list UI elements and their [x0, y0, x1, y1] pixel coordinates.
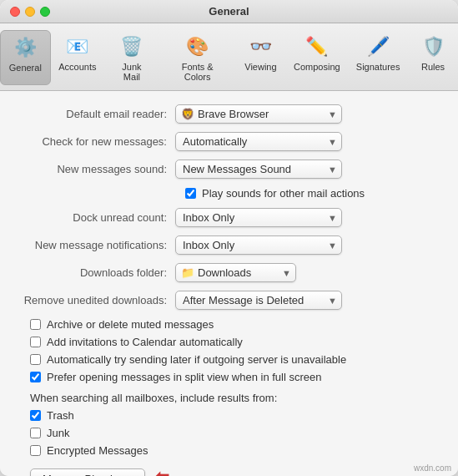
viewing-icon: 👓	[247, 33, 274, 60]
tab-fonts-colors[interactable]: 🎨 Fonts & Colors	[159, 30, 236, 85]
maximize-button[interactable]	[40, 7, 50, 17]
content-area: Default email reader: 🦁 Brave Browser ▼ …	[0, 91, 458, 476]
new-messages-sound-row: New messages sound: New Messages Sound ▼	[17, 160, 441, 179]
fonts-colors-icon: 🎨	[184, 33, 211, 60]
tab-fonts-colors-label: Fonts & Colors	[168, 62, 228, 82]
default-email-row: Default email reader: 🦁 Brave Browser ▼	[17, 104, 441, 124]
downloads-folder-select-wrapper: 📁 Downloads ▼	[175, 263, 296, 282]
accounts-icon: 📧	[64, 33, 91, 60]
search-junk-checkbox[interactable]	[30, 428, 41, 438]
junk-mail-icon: 🗑️	[118, 33, 145, 60]
manage-row: Manage Plug-ins... ⬅	[17, 462, 441, 476]
new-messages-sound-label: New messages sound:	[17, 163, 175, 175]
search-junk-label: Junk	[47, 427, 69, 439]
auto-send-label: Automatically try sending later if outgo…	[47, 353, 346, 366]
rules-icon: 🛡️	[420, 33, 446, 60]
tab-rules-label: Rules	[421, 62, 445, 72]
toolbar: ⚙️ General 📧 Accounts 🗑️ Junk Mail 🎨 Fon…	[0, 23, 458, 91]
tab-accounts[interactable]: 📧 Accounts	[51, 30, 105, 85]
remove-downloads-select[interactable]: After Message is Deleted	[175, 291, 342, 310]
check-messages-select[interactable]: Automatically	[175, 132, 342, 151]
remove-downloads-label: Remove unedited downloads:	[17, 294, 175, 306]
play-sounds-label: Play sounds for other mail actions	[202, 187, 365, 200]
play-sounds-row: Play sounds for other mail actions	[17, 187, 441, 200]
dock-unread-row: Dock unread count: Inbox Only ▼	[17, 208, 441, 227]
search-junk-row: Junk	[17, 427, 441, 439]
check-messages-row: Check for new messages: Automatically ▼	[17, 132, 441, 151]
search-encrypted-label: Encrypted Messages	[47, 444, 148, 457]
default-email-select[interactable]: Brave Browser	[175, 104, 342, 124]
add-calendar-label: Add invitations to Calendar automaticall…	[47, 336, 243, 348]
check-messages-select-wrapper: Automatically ▼	[175, 132, 342, 151]
dock-unread-label: Dock unread count:	[17, 211, 175, 224]
close-button[interactable]	[10, 7, 20, 17]
tab-viewing-label: Viewing	[244, 62, 276, 72]
split-view-row: Prefer opening messages in split view wh…	[17, 371, 441, 383]
split-view-checkbox[interactable]	[30, 372, 41, 382]
tab-rules[interactable]: 🛡️ Rules	[408, 30, 458, 85]
archive-delete-checkbox[interactable]	[30, 319, 41, 330]
auto-send-checkbox[interactable]	[30, 354, 41, 365]
search-encrypted-checkbox[interactable]	[30, 445, 41, 456]
new-message-notif-label: New message notifications:	[17, 239, 175, 251]
new-message-notif-select[interactable]: Inbox Only	[175, 235, 342, 255]
search-trash-checkbox[interactable]	[30, 410, 41, 421]
new-messages-sound-select[interactable]: New Messages Sound	[175, 160, 342, 179]
downloads-folder-row: Downloads folder: 📁 Downloads ▼	[17, 263, 441, 282]
arrow-indicator: ⬅	[155, 466, 169, 477]
tab-composing-label: Composing	[294, 62, 340, 72]
manage-plugins-button[interactable]: Manage Plug-ins...	[30, 468, 145, 476]
search-section-header: When searching all mailboxes, include re…	[30, 392, 441, 404]
play-sounds-checkbox[interactable]	[185, 188, 196, 199]
composing-icon: ✏️	[304, 33, 330, 60]
dock-unread-select[interactable]: Inbox Only	[175, 208, 342, 227]
archive-delete-label: Archive or delete muted messages	[47, 318, 214, 331]
titlebar: General	[0, 0, 458, 23]
check-messages-label: Check for new messages:	[17, 135, 175, 148]
tab-composing[interactable]: ✏️ Composing	[285, 30, 348, 85]
tab-accounts-label: Accounts	[58, 62, 96, 72]
add-calendar-row: Add invitations to Calendar automaticall…	[17, 336, 441, 348]
new-messages-sound-select-wrapper: New Messages Sound ▼	[175, 160, 342, 179]
auto-send-row: Automatically try sending later if outgo…	[17, 353, 441, 366]
new-message-notif-row: New message notifications: Inbox Only ▼	[17, 235, 441, 255]
minimize-button[interactable]	[25, 7, 35, 17]
dock-unread-select-wrapper: Inbox Only ▼	[175, 208, 342, 227]
tab-viewing[interactable]: 👓 Viewing	[235, 30, 285, 85]
remove-downloads-select-wrapper: After Message is Deleted ▼	[175, 291, 342, 310]
remove-downloads-row: Remove unedited downloads: After Message…	[17, 291, 441, 310]
traffic-lights	[10, 7, 50, 17]
tab-signatures-label: Signatures	[356, 62, 400, 72]
split-view-label: Prefer opening messages in split view wh…	[47, 371, 322, 383]
main-window: General ⚙️ General 📧 Accounts 🗑️ Junk Ma…	[0, 0, 458, 476]
tab-general[interactable]: ⚙️ General	[0, 30, 51, 85]
default-email-label: Default email reader:	[17, 108, 175, 120]
tab-signatures[interactable]: 🖊️ Signatures	[348, 30, 408, 85]
downloads-folder-label: Downloads folder:	[17, 266, 175, 279]
search-trash-label: Trash	[47, 409, 74, 422]
tab-junk-mail-label: Junk Mail	[113, 62, 151, 82]
tab-junk-mail[interactable]: 🗑️ Junk Mail	[104, 30, 159, 85]
watermark: wxdn.com	[414, 463, 451, 473]
archive-delete-row: Archive or delete muted messages	[17, 318, 441, 331]
default-email-select-wrapper: 🦁 Brave Browser ▼	[175, 104, 342, 124]
new-message-notif-select-wrapper: Inbox Only ▼	[175, 235, 342, 255]
window-title: General	[209, 5, 249, 18]
signatures-icon: 🖊️	[365, 33, 391, 60]
search-trash-row: Trash	[17, 409, 441, 422]
add-calendar-checkbox[interactable]	[30, 337, 41, 347]
general-icon: ⚙️	[12, 34, 38, 61]
search-encrypted-row: Encrypted Messages	[17, 444, 441, 457]
tab-general-label: General	[9, 63, 42, 73]
downloads-folder-select[interactable]: Downloads	[175, 263, 296, 282]
